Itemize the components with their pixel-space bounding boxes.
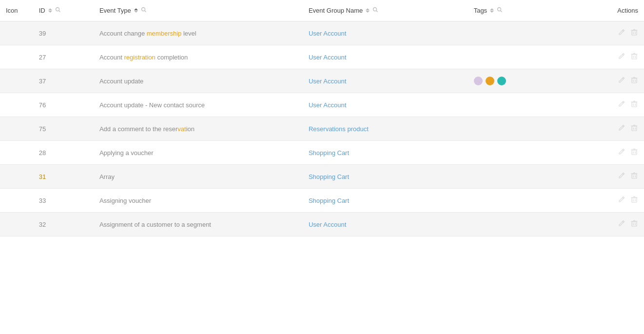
action-icons-group: [618, 28, 638, 38]
cell-tags: [468, 21, 578, 45]
action-icons-group: [618, 219, 638, 229]
cell-id: 37: [33, 69, 94, 93]
delete-button[interactable]: [630, 28, 638, 38]
action-icons-group: [618, 76, 638, 86]
svg-line-56: [623, 221, 624, 223]
cell-actions: [578, 117, 644, 141]
delete-button[interactable]: [630, 219, 638, 229]
cell-id: 33: [33, 189, 94, 213]
cell-event-type: Add a comment to the reservation: [94, 117, 303, 141]
group-name-search-icon[interactable]: [372, 7, 378, 14]
cell-event-type: Account registration completion: [94, 45, 303, 69]
svg-line-26: [623, 102, 624, 103]
cell-id: 27: [33, 45, 94, 69]
id-sort-icon[interactable]: [48, 8, 52, 13]
table-row: 76Account update - New contact sourceUse…: [0, 93, 644, 117]
cell-group-name: User Account: [303, 45, 468, 69]
svg-point-6: [498, 8, 501, 11]
action-icons-group: [618, 148, 638, 157]
svg-line-14: [623, 54, 624, 56]
cell-icon: [0, 117, 33, 141]
id-search-icon[interactable]: [55, 7, 61, 14]
svg-rect-45: [632, 174, 637, 178]
delete-button[interactable]: [630, 76, 638, 86]
delete-button[interactable]: [630, 148, 638, 157]
cell-id: 32: [33, 213, 94, 236]
svg-line-32: [623, 126, 624, 127]
cell-tags: [468, 45, 578, 69]
svg-line-8: [623, 30, 624, 32]
svg-rect-39: [632, 150, 637, 155]
cell-icon: [0, 93, 33, 117]
table-row: 27Account registration completionUser Ac…: [0, 45, 644, 69]
edit-button[interactable]: [618, 124, 625, 134]
table-header-row: Icon ID: [0, 0, 644, 21]
cell-tags: [468, 117, 578, 141]
cell-actions: [578, 21, 644, 45]
event-type-sort-icon[interactable]: [134, 8, 138, 13]
table-row: 28Applying a voucherShopping Cart: [0, 141, 644, 165]
svg-rect-15: [632, 55, 637, 59]
action-icons-group: [618, 172, 638, 181]
svg-line-50: [623, 197, 624, 199]
svg-line-5: [376, 11, 378, 12]
delete-button[interactable]: [630, 100, 638, 110]
event-type-col-label: Event Type: [99, 7, 131, 14]
edit-button[interactable]: [618, 76, 625, 86]
cell-icon: [0, 69, 33, 93]
actions-col-label: Actions: [617, 7, 638, 14]
id-col-label: ID: [39, 7, 45, 14]
delete-button[interactable]: [630, 172, 638, 181]
tag-dot: [497, 77, 506, 85]
delete-button[interactable]: [630, 124, 638, 134]
cell-group-name: User Account: [303, 69, 468, 93]
col-header-tags: Tags: [468, 0, 578, 21]
cell-icon: [0, 213, 33, 236]
cell-tags: [468, 93, 578, 117]
table-row: 75Add a comment to the reservationReserv…: [0, 117, 644, 141]
edit-button[interactable]: [618, 28, 625, 38]
svg-line-3: [144, 11, 146, 12]
cell-actions: [578, 69, 644, 93]
cell-actions: [578, 93, 644, 117]
edit-button[interactable]: [618, 100, 625, 110]
cell-event-type: Account update - New contact source: [94, 93, 303, 117]
delete-button[interactable]: [630, 196, 638, 205]
cell-tags: [468, 189, 578, 213]
svg-rect-33: [632, 126, 637, 131]
table-row: 31ArrayShopping Cart: [0, 165, 644, 189]
tags-search-icon[interactable]: [497, 7, 503, 14]
svg-rect-57: [632, 222, 637, 226]
svg-line-44: [623, 174, 624, 175]
cell-id: 75: [33, 117, 94, 141]
cell-actions: [578, 141, 644, 165]
edit-button[interactable]: [618, 219, 625, 229]
edit-button[interactable]: [618, 196, 625, 205]
cell-actions: [578, 189, 644, 213]
svg-line-1: [59, 11, 60, 12]
svg-rect-21: [632, 79, 637, 83]
cell-icon: [0, 21, 33, 45]
edit-button[interactable]: [618, 172, 625, 181]
cell-tags: [468, 69, 578, 93]
col-header-group-name: Event Group Name: [303, 0, 468, 21]
table-row: 39Account change membership levelUser Ac…: [0, 21, 644, 45]
edit-button[interactable]: [618, 148, 625, 157]
cell-event-type: Applying a voucher: [94, 141, 303, 165]
cell-icon: [0, 45, 33, 69]
cell-group-name: User Account: [303, 21, 468, 45]
cell-actions: [578, 45, 644, 69]
svg-point-4: [373, 8, 377, 11]
events-table: Icon ID: [0, 0, 644, 236]
svg-line-20: [623, 78, 624, 79]
delete-button[interactable]: [630, 52, 638, 62]
table-row: 33Assigning voucherShopping Cart: [0, 189, 644, 213]
edit-button[interactable]: [618, 52, 625, 62]
cell-event-type: Assigning voucher: [94, 189, 303, 213]
event-type-search-icon[interactable]: [141, 7, 147, 14]
tags-container: [474, 77, 572, 85]
svg-point-2: [141, 8, 145, 11]
tags-sort-icon[interactable]: [490, 8, 494, 13]
cell-group-name: User Account: [303, 213, 468, 236]
group-name-sort-icon[interactable]: [366, 8, 370, 13]
